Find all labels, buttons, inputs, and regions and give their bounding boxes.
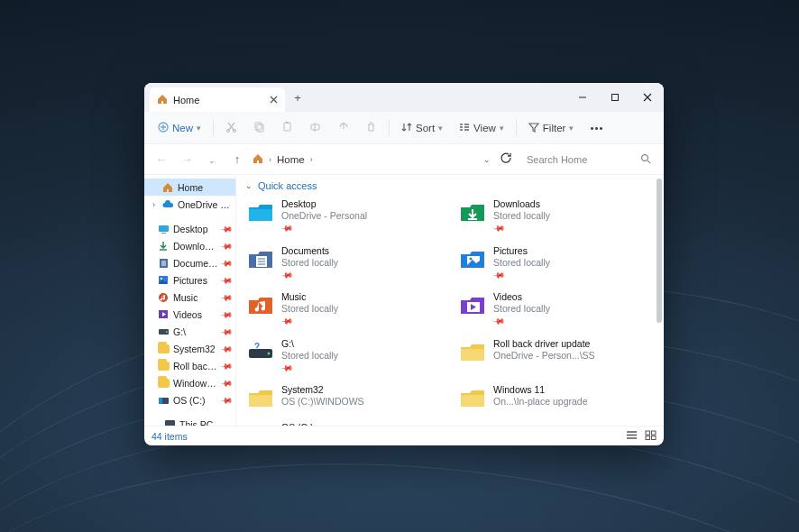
close-tab-icon[interactable]: [270, 95, 278, 105]
sidebar-item-this-pc[interactable]: ⌄ This PC: [144, 416, 235, 426]
sidebar-item[interactable]: G:\📌: [144, 323, 235, 340]
sidebar-item[interactable]: OS (C:)📌: [144, 391, 235, 408]
item-title: Music: [281, 291, 338, 303]
drive-icon: ?: [247, 338, 274, 365]
item-subtitle: On...\In-place upgrade: [493, 396, 587, 408]
filter-label: Filter: [543, 123, 566, 133]
svg-rect-45: [461, 349, 484, 361]
chevron-down-icon: ▾: [197, 124, 201, 133]
status-bar: 44 items: [144, 426, 664, 445]
details-view-button[interactable]: [626, 430, 638, 442]
sidebar-item[interactable]: Music📌: [144, 289, 235, 306]
navigation-pane[interactable]: Home › OneDrive - Personal Desktop📌Downl…: [144, 175, 236, 426]
rename-button[interactable]: [303, 117, 327, 138]
tab-label: Home: [173, 95, 199, 105]
svg-point-11: [642, 154, 648, 161]
item-icon: [157, 258, 170, 269]
toolbar: New ▾ Sort ▾ View ▾ Filter ▾ •••: [144, 112, 664, 144]
chevron-right-icon: ›: [310, 155, 313, 164]
quick-access-item[interactable]: PicturesStored locally📌: [454, 242, 658, 283]
new-label: New: [172, 123, 193, 133]
sidebar-item-label: Music: [173, 292, 218, 303]
item-text: G:\Stored locally📌: [281, 338, 338, 374]
item-icon: [157, 344, 170, 353]
new-button[interactable]: New ▾: [152, 118, 207, 138]
copy-button[interactable]: [247, 117, 271, 138]
chevron-right-icon: ›: [269, 155, 271, 164]
sidebar-item[interactable]: Pictures📌: [144, 271, 235, 289]
expand-icon[interactable]: ›: [150, 200, 158, 209]
pin-icon: 📌: [280, 315, 294, 329]
pin-icon: 📌: [491, 269, 506, 283]
minimize-button[interactable]: [566, 83, 599, 112]
sidebar-item-home[interactable]: Home: [144, 179, 235, 196]
crumb-home[interactable]: Home: [277, 154, 305, 165]
quick-access-item[interactable]: ?G:\Stored locally📌: [242, 335, 446, 376]
cut-button[interactable]: [219, 117, 243, 138]
share-button[interactable]: [331, 117, 355, 138]
quick-access-item[interactable]: DesktopOneDrive - Personal📌: [242, 195, 446, 236]
sidebar-item[interactable]: System32📌: [144, 340, 235, 357]
back-button[interactable]: ←: [152, 152, 171, 166]
recent-dropdown[interactable]: ⌄: [202, 152, 222, 166]
forward-button[interactable]: →: [177, 152, 197, 166]
pin-icon: 📌: [220, 239, 234, 252]
chevron-down-icon: ▾: [438, 124, 443, 133]
up-button[interactable]: ↑: [227, 152, 247, 166]
section-quick-access[interactable]: ⌄ Quick access: [236, 175, 664, 193]
quick-access-item[interactable]: MusicStored locally📌: [242, 288, 446, 329]
view-icon: [459, 122, 470, 134]
sidebar-item[interactable]: Desktop📌: [144, 220, 235, 237]
sidebar-item[interactable]: Videos📌: [144, 306, 235, 323]
new-tab-button[interactable]: +: [285, 83, 310, 112]
item-title: Desktop: [281, 198, 367, 210]
sidebar-item[interactable]: Windows 11📌: [144, 374, 235, 391]
sidebar-item[interactable]: Roll back driver update📌: [144, 357, 235, 374]
pin-icon: 📌: [220, 307, 234, 321]
documents-icon: [247, 245, 274, 272]
quick-access-item[interactable]: DownloadsStored locally📌: [454, 195, 658, 236]
tab-home[interactable]: Home: [150, 87, 285, 112]
filter-button[interactable]: Filter ▾: [522, 118, 581, 138]
section-title: Quick access: [258, 180, 317, 191]
search-input[interactable]: Search Home: [521, 150, 657, 170]
quick-access-item[interactable]: DocumentsStored locally📌: [242, 242, 446, 283]
trash-icon: [365, 121, 377, 134]
view-button[interactable]: View ▾: [453, 118, 510, 138]
large-icons-view-button[interactable]: [645, 430, 657, 442]
item-text: DocumentsStored locally📌: [281, 245, 338, 281]
sidebar-item-onedrive[interactable]: › OneDrive - Personal: [144, 196, 235, 213]
quick-access-item[interactable]: VideosStored locally📌: [454, 288, 658, 329]
item-title: System32: [281, 384, 364, 396]
item-subtitle: OneDrive - Person...\SS: [493, 350, 595, 362]
quick-access-item[interactable]: System32OS (C:)\WINDOWS: [242, 381, 446, 413]
maximize-button[interactable]: [599, 83, 631, 112]
quick-access-item[interactable]: Windows 11On...\In-place upgrade: [454, 381, 658, 413]
svg-line-12: [647, 161, 650, 163]
breadcrumb[interactable]: › Home › ⌄: [253, 153, 491, 166]
refresh-button[interactable]: [496, 152, 516, 166]
item-icon: [157, 327, 170, 335]
paste-button[interactable]: [275, 117, 299, 138]
home-icon: [157, 94, 168, 106]
quick-access-item[interactable]: Roll back driver updateOneDrive - Person…: [454, 335, 658, 376]
address-dropdown-icon[interactable]: ⌄: [483, 155, 491, 164]
delete-button[interactable]: [359, 117, 383, 138]
content-pane: ⌄ Quick access DesktopOneDrive - Persona…: [236, 175, 664, 426]
sidebar-item-label: Downloads: [173, 241, 218, 252]
item-text: MusicStored locally📌: [281, 291, 338, 327]
svg-rect-33: [249, 209, 272, 221]
svg-rect-8: [286, 122, 289, 124]
sidebar-item[interactable]: Documents📌: [144, 254, 235, 271]
sort-button[interactable]: Sort ▾: [395, 118, 449, 138]
more-button[interactable]: •••: [583, 119, 610, 137]
close-window-button[interactable]: [631, 83, 664, 112]
scrollbar[interactable]: [657, 179, 662, 323]
svg-rect-54: [646, 436, 650, 440]
sidebar-item[interactable]: Downloads📌: [144, 237, 235, 254]
sidebar-item-label: Documents: [173, 258, 218, 269]
item-text: PicturesStored locally📌: [493, 245, 550, 281]
quick-access-item[interactable]: OS (C:)This PC: [242, 418, 446, 426]
svg-text:?: ?: [254, 342, 260, 352]
collapse-icon[interactable]: ⌄: [245, 181, 253, 190]
